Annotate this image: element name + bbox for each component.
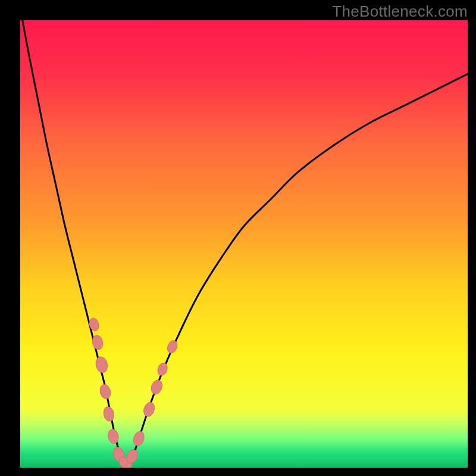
curve-layer xyxy=(20,20,468,468)
curve-marker xyxy=(156,362,169,377)
curve-marker xyxy=(102,406,115,422)
bottleneck-curve-path xyxy=(23,20,468,468)
curve-marker xyxy=(142,401,156,418)
watermark-text: TheBottleneck.com xyxy=(332,2,468,21)
marker-group xyxy=(88,317,179,468)
outer-frame: TheBottleneck.com xyxy=(0,0,476,476)
curve-marker xyxy=(99,383,112,400)
curve-marker xyxy=(165,339,179,355)
curve-marker xyxy=(107,428,120,444)
curve-marker xyxy=(149,378,164,396)
plot-area xyxy=(20,20,468,468)
curve-marker xyxy=(131,430,146,447)
curve-marker xyxy=(88,317,100,332)
curve-marker xyxy=(94,356,109,374)
